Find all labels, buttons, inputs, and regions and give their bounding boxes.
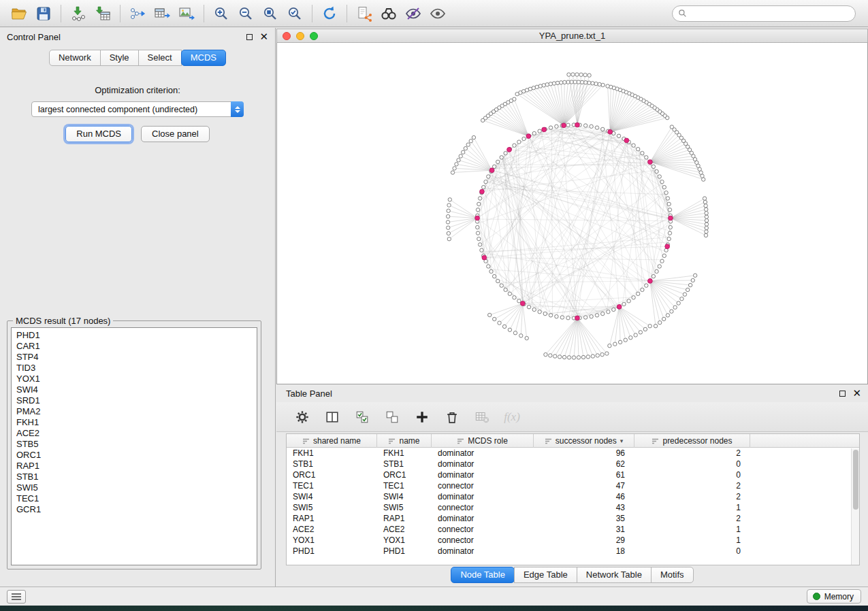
table-row[interactable]: YOX1YOX1connector291: [287, 535, 859, 546]
tab-select[interactable]: Select: [138, 50, 182, 66]
table-settings-button[interactable]: [294, 409, 310, 425]
table-row[interactable]: FKH1FKH1dominator962: [287, 448, 859, 459]
cell-predecessor-nodes: 1: [634, 503, 750, 512]
memory-button[interactable]: Memory: [807, 589, 861, 604]
network-canvas[interactable]: [276, 43, 868, 384]
close-panel-icon[interactable]: ✕: [259, 33, 268, 40]
table-scrollbar[interactable]: [851, 448, 859, 565]
mcds-result-item[interactable]: ORC1: [16, 450, 252, 461]
cell-name: SWI5: [377, 503, 432, 512]
tab-node-table[interactable]: Node Table: [451, 567, 515, 583]
share-document-button[interactable]: [352, 3, 376, 24]
mcds-result-list[interactable]: PHD1CAR1STP4TID3YOX1SWI4SRD1PMA2FKH1ACE2…: [11, 327, 257, 565]
table-row[interactable]: RAP1RAP1dominator352: [287, 513, 859, 524]
mcds-result-item[interactable]: SWI4: [16, 384, 252, 395]
column-header-name[interactable]: name: [377, 434, 432, 448]
cell-successor-nodes: 31: [534, 525, 634, 534]
mcds-result-item[interactable]: FKH1: [16, 417, 252, 428]
cell-predecessor-nodes: 0: [634, 459, 750, 469]
mcds-result-item[interactable]: PHD1: [16, 330, 252, 341]
table-row[interactable]: PHD1PHD1dominator180: [287, 546, 859, 557]
criterion-select[interactable]: largest connected component (undirected): [31, 101, 244, 117]
tab-network[interactable]: Network: [49, 50, 101, 66]
save-session-button[interactable]: [31, 3, 56, 24]
column-label: MCDS role: [468, 436, 508, 446]
network-window-titlebar[interactable]: YPA_prune.txt_1: [276, 29, 868, 43]
mcds-result-item[interactable]: STB1: [16, 472, 252, 482]
tab-style[interactable]: Style: [100, 50, 139, 66]
float-panel-icon[interactable]: [839, 391, 846, 397]
mcds-result-item[interactable]: STP4: [16, 352, 252, 363]
mcds-result-item[interactable]: STB5: [16, 439, 252, 450]
column-header-successor-nodes[interactable]: successor nodes▾: [534, 434, 634, 448]
mcds-result-item[interactable]: PMA2: [16, 406, 252, 417]
sort-icon: [457, 437, 464, 445]
open-folder-icon: [11, 5, 27, 22]
deselect-all-button[interactable]: [384, 409, 400, 425]
mcds-result-item[interactable]: SRD1: [16, 395, 252, 406]
scrollbar-thumb[interactable]: [853, 450, 858, 510]
show-panel-button[interactable]: [7, 590, 26, 604]
table-row[interactable]: SWI4SWI4dominator462: [287, 491, 859, 502]
mcds-result-item[interactable]: CAR1: [16, 341, 252, 352]
run-mcds-button[interactable]: Run MCDS: [65, 126, 132, 142]
show-columns-button[interactable]: [324, 409, 340, 425]
search-field[interactable]: [672, 5, 856, 22]
add-column-button[interactable]: [414, 409, 430, 425]
zoom-in-button[interactable]: [209, 3, 234, 24]
mcds-result-title: MCDS result (17 nodes): [13, 316, 113, 326]
table-row[interactable]: ORC1ORC1dominator610: [287, 469, 859, 480]
export-image-button[interactable]: [174, 3, 199, 24]
delete-column-button[interactable]: [444, 409, 460, 425]
mcds-result-item[interactable]: TEC1: [16, 493, 252, 504]
find-button[interactable]: [376, 3, 401, 24]
refresh-view-button[interactable]: [317, 3, 342, 24]
zoom-fit-button[interactable]: [258, 3, 283, 24]
column-header-shared-name[interactable]: shared name: [287, 434, 377, 448]
search-input[interactable]: [690, 9, 850, 18]
tab-network-table[interactable]: Network Table: [577, 567, 652, 583]
sort-icon: [302, 437, 310, 445]
table-row[interactable]: STB1STB1dominator620: [287, 459, 859, 469]
float-panel-icon[interactable]: [246, 34, 253, 40]
table-panel: Table Panel ✕: [276, 384, 868, 587]
mcds-result-item[interactable]: SWI5: [16, 482, 252, 493]
column-header-predecessor-nodes[interactable]: predecessor nodes: [634, 434, 750, 448]
table-row[interactable]: TEC1TEC1connector472: [287, 480, 859, 491]
memory-label: Memory: [824, 592, 854, 601]
zoom-selected-button[interactable]: [283, 3, 307, 24]
select-all-button[interactable]: [354, 409, 370, 425]
import-network-button[interactable]: [66, 3, 91, 24]
column-header-MCDS-role[interactable]: MCDS role: [432, 434, 534, 448]
mcds-result-item[interactable]: TID3: [16, 363, 252, 374]
table-body: FKH1FKH1dominator962STB1STB1dominator620…: [287, 448, 859, 557]
tab-motifs[interactable]: Motifs: [651, 567, 694, 583]
close-panel-icon[interactable]: ✕: [852, 390, 861, 397]
table-row[interactable]: ACE2ACE2connector311: [287, 524, 859, 535]
import-network-icon: [70, 5, 86, 22]
fx-icon: f(x): [504, 410, 520, 424]
show-hide-button[interactable]: [425, 3, 450, 24]
export-network-button[interactable]: [125, 3, 150, 24]
mcds-result-item[interactable]: RAP1: [16, 461, 252, 472]
mcds-result-item[interactable]: ACE2: [16, 428, 252, 439]
mcds-result-item[interactable]: YOX1: [16, 374, 252, 384]
export-table-button[interactable]: [150, 3, 174, 24]
toggle-graphics-details-button[interactable]: [401, 3, 425, 24]
select-all-icon: [355, 410, 370, 425]
tab-mcds[interactable]: MCDS: [181, 50, 226, 66]
main-toolbar: [0, 0, 868, 27]
import-table-button[interactable]: [91, 3, 115, 24]
header-filler: [750, 434, 859, 448]
tab-edge-table[interactable]: Edge Table: [514, 567, 577, 583]
zoom-out-button[interactable]: [234, 3, 258, 24]
cell-predecessor-nodes: 2: [634, 514, 750, 523]
cell-predecessor-nodes: 0: [634, 470, 750, 480]
binoculars-icon: [381, 5, 397, 22]
table-row[interactable]: SWI5SWI5connector431: [287, 502, 859, 513]
open-file-button[interactable]: [7, 3, 31, 24]
plus-icon: [415, 410, 430, 425]
mcds-result-item[interactable]: GCR1: [16, 504, 252, 515]
close-panel-button[interactable]: Close panel: [141, 126, 210, 142]
zoom-fit-icon: [262, 5, 278, 22]
